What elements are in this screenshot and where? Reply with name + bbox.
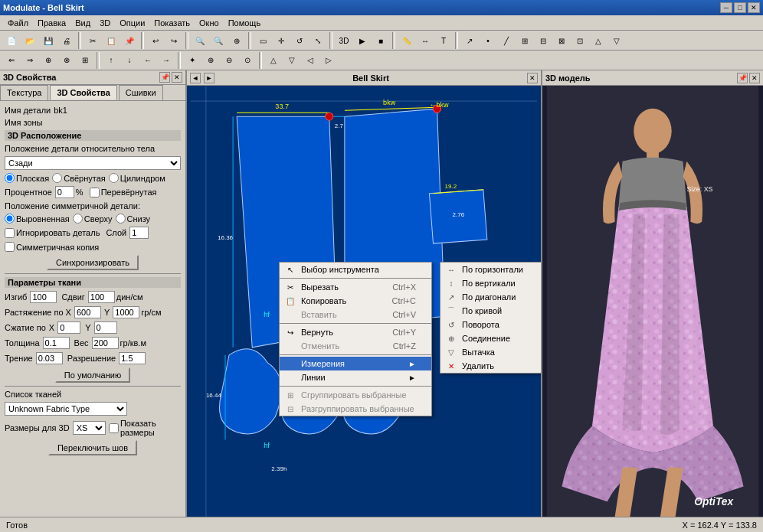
menu-help[interactable]: Помощь — [224, 17, 266, 29]
radio-cylinder[interactable]: Цилиндром — [109, 173, 165, 183]
tb-3d[interactable]: 3D — [336, 32, 352, 49]
compress-x-input[interactable] — [57, 321, 80, 334]
tb-extra5[interactable]: △ — [590, 32, 607, 49]
radio-curled[interactable]: Свёрнутая — [52, 173, 106, 183]
bend-input[interactable] — [30, 291, 57, 303]
panel-pin[interactable]: 📌 — [159, 72, 170, 83]
tb-fit[interactable]: ⊕ — [228, 32, 245, 49]
tb-cut[interactable]: ✂ — [84, 32, 101, 49]
ignore-check[interactable]: Игнорировать деталь — [5, 228, 100, 238]
right-close[interactable]: ✕ — [749, 73, 760, 83]
tb-zoom-in[interactable]: 🔍 — [192, 32, 208, 49]
tb-print[interactable]: 🖨 — [58, 32, 75, 49]
tb2-5[interactable]: ⊞ — [77, 52, 93, 69]
radio-flat[interactable]: Плоская — [5, 173, 49, 183]
tb-copy[interactable]: 📋 — [103, 32, 120, 49]
tb2-15[interactable]: ▽ — [283, 52, 300, 69]
tb2-2[interactable]: ⇒ — [21, 52, 38, 69]
sub-dart[interactable]: ▽ Вытачка — [440, 345, 541, 359]
percent-input[interactable] — [55, 186, 74, 198]
right-pin[interactable]: 📌 — [737, 73, 748, 83]
sync-button[interactable]: Синхронизировать — [47, 255, 139, 270]
shift-input[interactable] — [88, 291, 115, 303]
ctx-redo[interactable]: ↪ Вернуть Ctrl+Y — [280, 325, 431, 339]
model-view[interactable]: OptiTex Size: XS — [542, 86, 763, 517]
close-button[interactable]: ✕ — [748, 2, 760, 13]
tb-measure[interactable]: 📏 — [398, 32, 415, 49]
tb-zoom-out[interactable]: 🔍 — [210, 32, 227, 49]
layer-input[interactable] — [129, 227, 149, 239]
tb-select[interactable]: ▭ — [254, 32, 271, 49]
switch-seam-button[interactable]: Переключить шов — [48, 440, 137, 455]
sub-diagonal[interactable]: ↗ По диагонали — [440, 290, 541, 304]
tb-move[interactable]: ✛ — [273, 32, 290, 49]
compress-y-input[interactable] — [94, 321, 117, 334]
sub-delete[interactable]: ✕ Удалить — [440, 359, 541, 373]
nav-next[interactable]: ► — [204, 73, 214, 83]
ctx-lines[interactable]: Линии ► — [280, 370, 431, 384]
ctx-measure[interactable]: Измерения ► — [280, 357, 431, 370]
fabric-select[interactable]: Unknown Fabric Type — [5, 402, 127, 416]
menu-edit[interactable]: Правка — [33, 17, 70, 29]
radio-down[interactable]: Снизу — [116, 214, 151, 224]
weight-input[interactable] — [92, 337, 119, 349]
thickness-input[interactable] — [43, 337, 70, 349]
tb2-14[interactable]: △ — [265, 52, 282, 69]
tb-redo[interactable]: ↪ — [165, 32, 182, 49]
tb-open[interactable]: 📂 — [21, 32, 38, 49]
tb-arrow[interactable]: ↗ — [461, 32, 478, 49]
sub-curve[interactable]: ⌒ По кривой — [440, 304, 541, 318]
radio-aligned[interactable]: Выровненная — [5, 214, 70, 224]
tb-rotate[interactable]: ↺ — [291, 32, 308, 49]
sub-connection[interactable]: ⊕ Соединение — [440, 331, 541, 345]
reversed-check[interactable]: Перевёрнутая — [90, 188, 157, 197]
size-select[interactable]: XS — [73, 421, 106, 435]
menu-file[interactable]: Файл — [3, 17, 33, 29]
tab-3d-props[interactable]: 3D Свойства — [50, 85, 116, 100]
sym-copy-check[interactable]: Симметричная копия — [5, 242, 99, 252]
tb2-1[interactable]: ⇐ — [3, 52, 20, 69]
tb-dimension[interactable]: ↔ — [417, 32, 434, 49]
sub-rotation[interactable]: ↺ Поворота — [440, 318, 541, 331]
tb2-6[interactable]: ↑ — [103, 52, 120, 69]
pattern-canvas-area[interactable]: 33.7 bkw 2.7 19.2 2.76 16.36 16.44 — [187, 86, 541, 517]
tb-extra1[interactable]: ⊞ — [516, 32, 533, 49]
tb-save[interactable]: 💾 — [40, 32, 57, 49]
tb2-12[interactable]: ⊖ — [221, 52, 237, 69]
menu-3d[interactable]: 3D — [95, 17, 115, 29]
menu-window[interactable]: Окно — [195, 17, 224, 29]
tb-stop[interactable]: ■ — [372, 32, 389, 49]
tb-extra4[interactable]: ⊡ — [571, 32, 588, 49]
tb-play[interactable]: ▶ — [354, 32, 371, 49]
tb-extra2[interactable]: ⊟ — [535, 32, 552, 49]
sub-horizontal[interactable]: ↔ По горизонтали — [440, 263, 541, 276]
menu-show[interactable]: Показать — [149, 17, 195, 29]
tb-scale[interactable]: ⤡ — [309, 32, 326, 49]
stretch-x-input[interactable] — [74, 306, 101, 318]
center-close[interactable]: ✕ — [527, 73, 538, 83]
tab-texture[interactable]: Текстура — [0, 85, 48, 100]
ctx-select-tool[interactable]: ↖ Выбор инструмента — [280, 263, 431, 276]
position-select[interactable]: Сзади — [5, 156, 181, 170]
minimize-button[interactable]: ─ — [720, 2, 732, 13]
default-button[interactable]: По умолчанию — [55, 367, 130, 383]
ctx-copy[interactable]: 📋 Копировать Ctrl+C — [280, 294, 431, 308]
radio-up[interactable]: Сверху — [73, 214, 113, 224]
tb-paste[interactable]: 📌 — [121, 32, 138, 49]
tb-point[interactable]: • — [480, 32, 496, 49]
tb-text[interactable]: T — [435, 32, 452, 49]
nav-prev[interactable]: ◄ — [190, 73, 201, 83]
tb2-7[interactable]: ↓ — [121, 52, 138, 69]
resolution-input[interactable] — [119, 352, 146, 364]
tab-seams[interactable]: Сшивки — [119, 85, 163, 100]
tb2-10[interactable]: ✦ — [184, 52, 201, 69]
maximize-button[interactable]: □ — [734, 2, 746, 13]
tb2-11[interactable]: ⊕ — [202, 52, 219, 69]
menu-options[interactable]: Опции — [115, 17, 149, 29]
tb2-17[interactable]: ▷ — [320, 52, 337, 69]
tb2-16[interactable]: ◁ — [302, 52, 319, 69]
stretch-y-input[interactable] — [113, 306, 139, 318]
tb-extra3[interactable]: ⊠ — [553, 32, 570, 49]
tb2-4[interactable]: ⊗ — [58, 52, 75, 69]
tb2-3[interactable]: ⊕ — [40, 52, 57, 69]
